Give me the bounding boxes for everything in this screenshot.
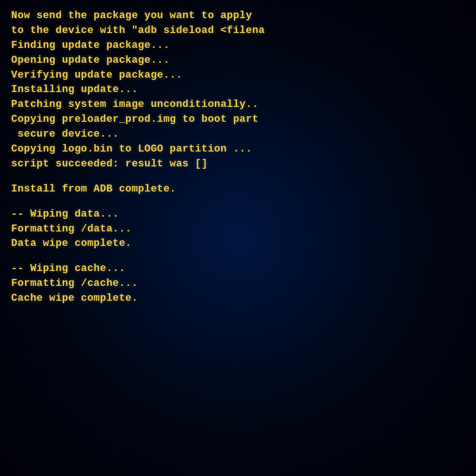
terminal-line: secure device... [11, 127, 465, 142]
terminal-line: Cache wipe complete. [11, 291, 465, 306]
terminal-line: Formatting /cache... [11, 276, 465, 291]
terminal-line: Copying logo.bin to LOGO partition ... [11, 142, 465, 157]
terminal-line: Installing update... [11, 82, 465, 97]
terminal-spacer [11, 172, 465, 182]
terminal-line: -- Wiping cache... [11, 261, 465, 276]
terminal-line: -- Wiping data... [11, 207, 465, 222]
terminal-line: Data wipe complete. [11, 236, 465, 251]
terminal-line: Formatting /data... [11, 222, 465, 237]
terminal-line: to the device with "adb sideload <filena [11, 23, 465, 38]
terminal-line: Copying preloader_prod.img to boot part [11, 112, 465, 127]
terminal-line: Patching system image unconditionally.. [11, 97, 465, 112]
terminal-screen: Now send the package you want to applyto… [0, 0, 476, 476]
terminal-line: Finding update package... [11, 38, 465, 53]
terminal-line: script succeeded: result was [] [11, 157, 465, 172]
terminal-line: Verifying update package... [11, 68, 465, 83]
terminal-line: Opening update package... [11, 53, 465, 68]
terminal-line: Install from ADB complete. [11, 182, 465, 197]
terminal-line: Now send the package you want to apply [11, 8, 465, 23]
terminal-spacer [11, 251, 465, 261]
terminal-spacer [11, 197, 465, 207]
